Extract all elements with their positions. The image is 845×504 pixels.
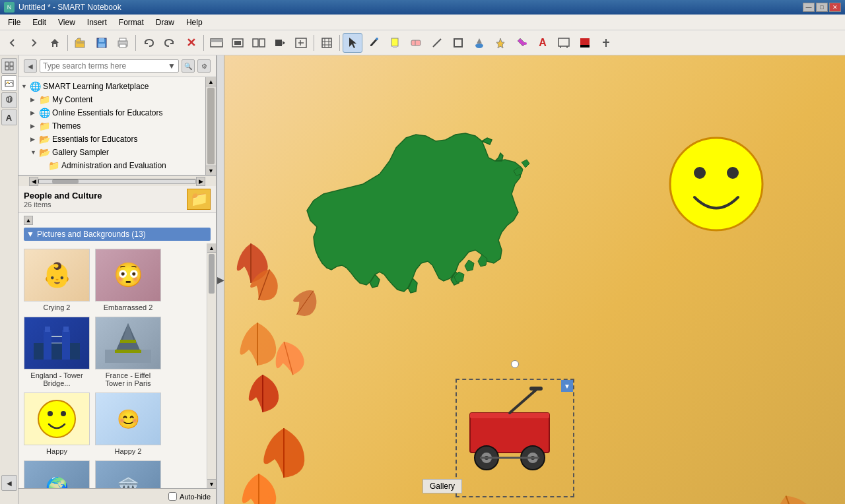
- right-arrow-toggle[interactable]: ◀: [1, 475, 17, 491]
- magic-pen-tool[interactable]: [512, 33, 531, 53]
- fullscreen-button[interactable]: [228, 33, 248, 53]
- resize-button[interactable]: [291, 33, 311, 53]
- search-options-button[interactable]: ⚙: [197, 59, 211, 73]
- creative-pen-tool[interactable]: [490, 33, 510, 53]
- search-input-wrapper[interactable]: ▼: [40, 59, 179, 73]
- tree-scroll-down[interactable]: ▼: [206, 166, 216, 175]
- wagon-resize-handle-top[interactable]: [511, 360, 519, 368]
- open-button[interactable]: [71, 33, 90, 53]
- home-button[interactable]: [45, 33, 65, 53]
- menu-file[interactable]: File: [3, 16, 26, 28]
- search-input[interactable]: [43, 61, 165, 71]
- text-tool[interactable]: A: [533, 33, 553, 53]
- gallery-scrollbar[interactable]: ▲ ▼: [207, 243, 216, 488]
- globe-icon: 🌐: [39, 108, 50, 118]
- undo-button[interactable]: [139, 33, 158, 53]
- hscroll-left[interactable]: ◀: [29, 177, 38, 186]
- tree-node-gallery-sampler[interactable]: ▼ 📂 Gallery Sampler: [18, 146, 205, 159]
- more-tools[interactable]: [596, 33, 616, 53]
- print-button[interactable]: [113, 33, 133, 53]
- svg-rect-29: [558, 38, 569, 46]
- eraser-tool[interactable]: [406, 33, 426, 53]
- hscroll-right[interactable]: ▶: [196, 177, 205, 186]
- pen-tool[interactable]: [364, 33, 384, 53]
- select-tool[interactable]: [343, 33, 362, 53]
- panel-toggle[interactable]: ▶: [217, 55, 224, 504]
- record-button[interactable]: [270, 33, 290, 53]
- menu-insert[interactable]: Insert: [82, 16, 112, 28]
- gallery-tab-label: Gallery: [430, 482, 455, 491]
- tree-node-admin[interactable]: 📁 Administration and Evaluation: [18, 159, 205, 172]
- asia-map[interactable]: [277, 108, 528, 339]
- subcategory-item-pictures[interactable]: ▼ Pictures and Backgrounds (13): [24, 228, 211, 241]
- menu-view[interactable]: View: [53, 16, 81, 28]
- line-tool[interactable]: [427, 33, 447, 53]
- minimize-button[interactable]: —: [803, 3, 815, 12]
- tree-node-themes[interactable]: ▶ 📁 Themes: [18, 119, 205, 133]
- screen-shade-button[interactable]: [207, 33, 226, 53]
- tree-scrollbar[interactable]: ▲ ▼: [205, 77, 216, 175]
- gallery-thumb-embarrassed2: 😳: [95, 249, 161, 301]
- properties-tab[interactable]: A: [1, 110, 17, 125]
- highlighter-tool[interactable]: [385, 33, 405, 53]
- fill-tool[interactable]: [469, 33, 489, 53]
- gallery-scroll-up[interactable]: ▲: [207, 243, 216, 253]
- hscroll-track[interactable]: [38, 179, 196, 184]
- tree-node-my-content[interactable]: ▶ 📁 My Content: [18, 93, 205, 106]
- gallery-item-happy2[interactable]: 😊 Happy 2: [95, 393, 161, 455]
- gallery-item-happy[interactable]: Happy: [24, 393, 90, 455]
- menu-edit[interactable]: Edit: [27, 16, 51, 28]
- gallery-item-bottom1[interactable]: 🌍 ...: [24, 460, 90, 488]
- gallery-item-crying2[interactable]: 👶 Crying 2: [24, 249, 90, 311]
- subcat-scroll-btn[interactable]: ▲: [24, 216, 33, 225]
- close-button[interactable]: ✕: [829, 3, 841, 12]
- thumb-crying2-image: 👶: [24, 249, 89, 301]
- category-count: 26 items: [24, 201, 102, 208]
- back-button[interactable]: [3, 33, 22, 53]
- gallery-item-england[interactable]: England - Tower Bridge...: [24, 317, 90, 387]
- auto-hide-checkbox[interactable]: [168, 492, 177, 501]
- tree-scroll-up[interactable]: ▲: [206, 77, 216, 86]
- tree-node-essentials[interactable]: ▶ 📂 Essentials for Educators: [18, 133, 205, 146]
- save-button[interactable]: [92, 33, 112, 53]
- search-dropdown-icon[interactable]: ▼: [168, 61, 176, 71]
- gallery-item-bottom2[interactable]: 🏛️ ...: [95, 460, 161, 488]
- tree-node-smart-learning[interactable]: ▼ 🌐 SMART Learning Marketplace: [18, 80, 205, 93]
- search-execute-button[interactable]: 🔍: [182, 59, 195, 73]
- gallery-thumb-bottom2: 🏛️: [95, 460, 161, 488]
- attachments-tab[interactable]: [1, 92, 17, 108]
- color-swatch[interactable]: [575, 33, 595, 53]
- table-button[interactable]: [317, 33, 337, 53]
- forward-button[interactable]: [24, 33, 44, 53]
- hscroll-thumb: [52, 179, 79, 183]
- gallery-scroll-down[interactable]: ▼: [207, 479, 216, 488]
- tree-node-online-essentials[interactable]: ▶ 🌐 Online Essentials for Educators: [18, 106, 205, 119]
- gallery-item-embarrassed2[interactable]: 😳 Embarrassed 2: [95, 249, 161, 311]
- shape-tool[interactable]: [448, 33, 468, 53]
- wagon-context-menu-button[interactable]: ▼: [561, 380, 573, 392]
- gallery-bottom-tab[interactable]: Gallery: [422, 479, 462, 493]
- tree-scroll-thumb: [207, 88, 215, 164]
- recognition-tool[interactable]: [554, 33, 574, 53]
- page-sorter-tab[interactable]: [1, 58, 17, 74]
- redo-button[interactable]: [160, 33, 180, 53]
- maximize-button[interactable]: □: [816, 3, 828, 12]
- svg-point-68: [694, 167, 706, 179]
- delete-button[interactable]: ✕: [181, 33, 201, 53]
- svg-rect-24: [411, 40, 421, 46]
- leaf-10: [271, 339, 307, 379]
- wagon-selected-container[interactable]: ▼: [456, 379, 574, 497]
- smiley-face[interactable]: [667, 135, 766, 234]
- search-back-button[interactable]: ◀: [24, 59, 37, 73]
- menu-format[interactable]: Format: [114, 16, 149, 28]
- dual-screen-button[interactable]: [249, 33, 269, 53]
- gallery-tab[interactable]: [1, 75, 17, 91]
- app-icon: N: [4, 2, 15, 13]
- titlebar-controls[interactable]: — □ ✕: [803, 3, 841, 12]
- canvas-area[interactable]: ▼: [224, 55, 845, 504]
- menu-help[interactable]: Help: [181, 16, 208, 28]
- gallery-item-france[interactable]: France - Eiffel Tower in Paris: [95, 317, 161, 387]
- gallery-label-happy2: Happy 2: [95, 447, 161, 455]
- hscroll-bar[interactable]: ◀ ▶: [18, 175, 216, 186]
- menu-draw[interactable]: Draw: [151, 16, 180, 28]
